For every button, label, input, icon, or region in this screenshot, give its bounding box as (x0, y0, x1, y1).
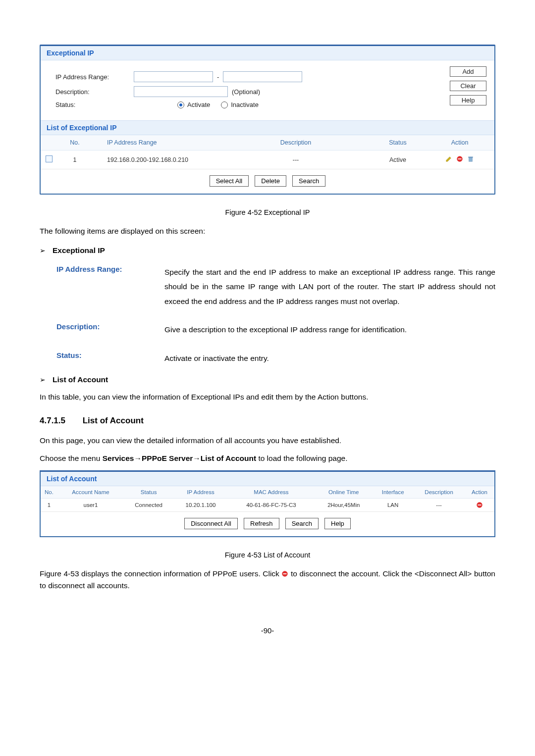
svg-rect-3 (478, 504, 482, 505)
ip-start-input[interactable] (134, 71, 213, 82)
cell-status: Active (371, 151, 425, 169)
menu-line-post: to load the following page. (256, 454, 347, 462)
add-button[interactable]: Add (450, 66, 486, 77)
panel2-title: List of Account (41, 472, 494, 486)
delete-icon[interactable] (456, 155, 463, 162)
section-title: List of Account (83, 416, 144, 425)
col-description: Description (413, 486, 465, 499)
ip-end-input[interactable] (223, 71, 302, 82)
description-label: Description: (46, 88, 130, 96)
col-no: No. (41, 486, 57, 499)
search-button[interactable]: Search (285, 518, 319, 529)
def-term-status: Status: (56, 351, 156, 359)
cell-interface: LAN (373, 499, 413, 512)
cell-description: --- (413, 499, 465, 512)
disconnect-all-button[interactable]: Disconnect All (184, 518, 238, 529)
help-button[interactable]: Help (450, 95, 486, 105)
menu-line-bold: Services→PPPoE Server→List of Account (103, 454, 256, 462)
col-status: Status (124, 486, 173, 499)
col-desc: Description (221, 135, 371, 151)
figure-caption-2: Figure 4-53 List of Account (40, 551, 495, 559)
def-desc-ip-range: Specify the start and the end IP address… (164, 265, 495, 308)
svg-rect-5 (283, 573, 287, 574)
cell-online: 2Hour,45Min (315, 499, 373, 512)
ip-range-label: IP Address Range: (46, 73, 130, 81)
svg-rect-1 (458, 158, 462, 159)
page-number: -90- (40, 626, 495, 635)
figure-caption-1: Figure 4-52 Exceptional IP (40, 208, 495, 216)
edit-icon[interactable] (445, 155, 452, 162)
chevron-icon: ➢ (40, 376, 46, 384)
cell-range: 192.168.0.200-192.168.0.210 (92, 151, 221, 169)
cell-account: user1 (57, 499, 124, 512)
panel2-footer-buttons: Disconnect All Refresh Search Help (41, 512, 494, 536)
section-heading: 4.7.1.5 List of Account (40, 416, 495, 426)
row-checkbox[interactable] (46, 155, 53, 162)
chevron-label-2: List of Account (53, 375, 108, 384)
cell-desc: --- (221, 151, 371, 169)
ip-separator: - (217, 73, 219, 81)
panel-title: Exceptional IP (41, 46, 494, 60)
col-no: No. (57, 135, 92, 151)
list-of-account-panel: List of Account No. Account Name Status … (40, 470, 495, 537)
exceptional-ip-panel: Exceptional IP Add Clear Help IP Address… (40, 45, 495, 195)
section-p1: On this page, you can view the detailed … (40, 435, 495, 447)
inactivate-radio[interactable]: Inactivate (221, 101, 259, 108)
cell-ip: 10.20.1.100 (173, 499, 227, 512)
chevron-icon: ➢ (40, 247, 46, 254)
def-term-ip-range: IP Address Range: (56, 265, 156, 273)
exceptional-ip-form: Add Clear Help IP Address Range: - Descr… (41, 60, 494, 120)
optional-hint: (Optional) (232, 88, 260, 96)
activate-label: Activate (187, 101, 210, 108)
exceptional-ip-table: No. IP Address Range Description Status … (41, 135, 494, 169)
list-title: List of Exceptional IP (41, 120, 494, 135)
definition-list: IP Address Range: Specify the start and … (56, 265, 495, 365)
refresh-button[interactable]: Refresh (244, 518, 279, 529)
section-number: 4.7.1.5 (40, 416, 65, 425)
col-range: IP Address Range (92, 135, 221, 151)
status-label: Status: (46, 101, 130, 108)
select-all-button[interactable]: Select All (210, 175, 249, 187)
description-input[interactable] (134, 86, 228, 97)
col-ip: IP Address (173, 486, 227, 499)
chevron-label-1: Exceptional IP (53, 246, 105, 255)
disconnect-icon[interactable] (476, 502, 483, 508)
radio-unchecked-icon (221, 101, 228, 108)
help-button[interactable]: Help (324, 518, 351, 529)
menu-line-pre: Choose the menu (40, 454, 103, 462)
table-row: 1 192.168.0.200-192.168.0.210 --- Active (41, 151, 494, 169)
col-status: Status (371, 135, 425, 151)
clear-button[interactable]: Clear (450, 81, 486, 91)
def-term-description: Description: (56, 322, 156, 331)
cell-no: 1 (41, 499, 57, 512)
search-button[interactable]: Search (292, 175, 325, 187)
trash-icon[interactable] (467, 155, 474, 162)
col-interface: Interface (373, 486, 413, 499)
account-table: No. Account Name Status IP Address MAC A… (41, 486, 494, 512)
def-desc-status: Activate or inactivate the entry. (164, 351, 495, 365)
disconnect-icon (281, 570, 288, 577)
cell-mac: 40-61-86-FC-75-C3 (228, 499, 315, 512)
radio-checked-icon (177, 101, 184, 108)
form-button-stack: Add Clear Help (450, 66, 486, 105)
table-footer-buttons: Select All Delete Search (41, 169, 494, 194)
table-row: 1 user1 Connected 10.20.1.100 40-61-86-F… (41, 499, 494, 512)
inactivate-label: Inactivate (231, 101, 259, 108)
col-mac: MAC Address (228, 486, 315, 499)
col-action: Action (425, 135, 494, 151)
def-desc-description: Give a description to the exceptional IP… (164, 322, 495, 337)
col-account: Account Name (57, 486, 124, 499)
tail-pre: Figure 4-53 displays the connection info… (40, 569, 281, 578)
delete-button[interactable]: Delete (255, 175, 286, 187)
col-online: Online Time (315, 486, 373, 499)
activate-radio[interactable]: Activate (177, 101, 210, 108)
tail-text: Figure 4-53 displays the connection info… (40, 568, 495, 592)
menu-line: Choose the menu Services→PPPoE Server→Li… (40, 453, 495, 464)
cell-no: 1 (57, 151, 92, 169)
list-desc-text: In this table, you can view the informat… (40, 391, 495, 403)
col-action: Action (465, 486, 494, 499)
intro-text: The following items are displayed on thi… (40, 225, 495, 237)
cell-status: Connected (124, 499, 173, 512)
